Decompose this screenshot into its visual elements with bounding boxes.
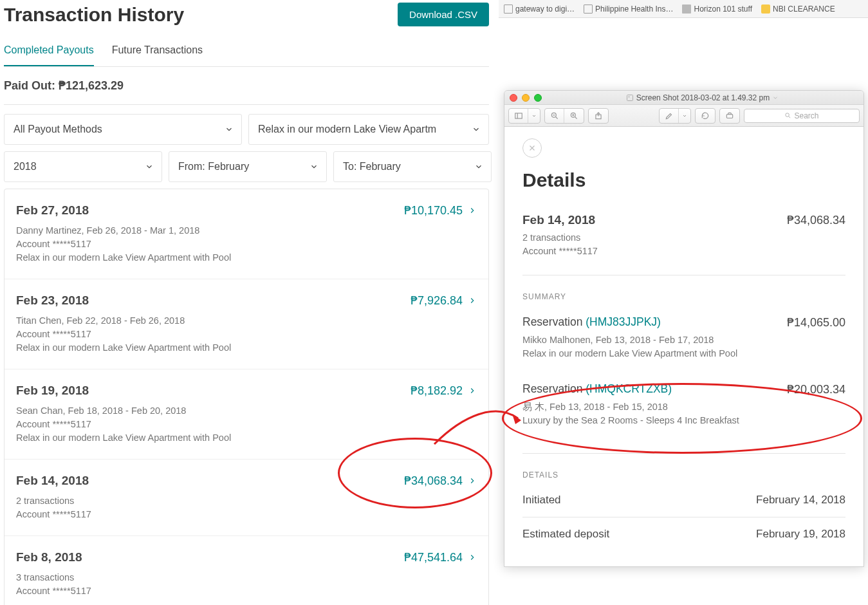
svg-line-5 bbox=[555, 116, 557, 118]
page-title: Transaction History bbox=[4, 4, 184, 26]
window-zoom-button[interactable] bbox=[534, 94, 542, 102]
page-icon bbox=[584, 5, 593, 14]
paid-out-label: Paid Out: bbox=[4, 79, 55, 92]
markup-button[interactable] bbox=[660, 109, 679, 123]
chevron-right-icon bbox=[468, 476, 477, 485]
svg-line-14 bbox=[789, 116, 790, 118]
payout-amount[interactable]: ₱34,068.34 bbox=[404, 474, 477, 488]
chevron-right-icon bbox=[468, 206, 477, 215]
payout-guest: 2 transactions bbox=[16, 494, 477, 508]
sidebar-toggle-button[interactable] bbox=[509, 109, 528, 123]
edit-toolbar-button[interactable] bbox=[720, 109, 739, 123]
rotate-button[interactable] bbox=[696, 109, 715, 123]
window-close-button[interactable] bbox=[510, 94, 517, 102]
markup-menu-button[interactable] bbox=[679, 109, 690, 123]
share-button[interactable] bbox=[589, 109, 608, 123]
window-title: Screen Shot 2018-03-02 at 1.49.32 pm bbox=[546, 93, 858, 102]
window-minimize-button[interactable] bbox=[522, 94, 530, 102]
chevron-right-icon bbox=[468, 386, 477, 395]
svg-point-1 bbox=[628, 96, 629, 97]
details-heading: DETAILS bbox=[522, 470, 845, 479]
payout-guest: 3 transactions bbox=[16, 571, 477, 584]
reservation-line: Reservation (HMQKCRTZXB) bbox=[522, 382, 672, 396]
payout-listing: Relax in our modern Lake View Apartment … bbox=[16, 431, 477, 445]
zoom-out-button[interactable] bbox=[545, 109, 564, 123]
detail-row-value: February 14, 2018 bbox=[756, 494, 845, 507]
tab-completed-payouts[interactable]: Completed Payouts bbox=[4, 38, 94, 66]
payout-date: Feb 8, 2018 bbox=[16, 550, 82, 564]
payout-amount[interactable]: ₱47,541.64 bbox=[404, 550, 477, 564]
payout-guest: Sean Chan, Feb 18, 2018 - Feb 20, 2018 bbox=[16, 404, 477, 418]
svg-rect-0 bbox=[627, 95, 633, 100]
reservation-code-link[interactable]: (HMQKCRTZXB) bbox=[586, 382, 672, 395]
search-input[interactable]: Search bbox=[744, 109, 860, 123]
preview-toolbar: Search bbox=[504, 105, 863, 127]
chevron-down-icon bbox=[225, 125, 234, 134]
payout-amount[interactable]: ₱8,182.92 bbox=[411, 384, 477, 398]
payout-item[interactable]: Feb 14, 2018 ₱34,068.34 2 transactions A… bbox=[5, 460, 488, 536]
bookmark-item[interactable]: Horizon 101 stuff bbox=[682, 5, 752, 14]
payout-item[interactable]: Feb 19, 2018 ₱8,182.92 Sean Chan, Feb 18… bbox=[5, 369, 488, 460]
sidebar-menu-button[interactable] bbox=[528, 109, 540, 123]
reservation-amount: ₱14,065.00 bbox=[787, 315, 845, 330]
detail-row-value: February 19, 2018 bbox=[756, 528, 845, 541]
payout-account: Account *****5117 bbox=[16, 508, 477, 521]
payout-date: Feb 27, 2018 bbox=[16, 203, 89, 218]
tab-future-transactions[interactable]: Future Transactions bbox=[112, 38, 203, 66]
payout-item[interactable]: Feb 27, 2018 ₱10,170.45 Danny Martinez, … bbox=[5, 189, 488, 279]
bookmark-item[interactable]: Philippine Health Ins… bbox=[584, 5, 673, 14]
page-icon bbox=[504, 5, 513, 14]
reservation-guest: Mikko Malhonen, Feb 13, 2018 - Feb 17, 2… bbox=[522, 333, 845, 347]
summary-heading: SUMMARY bbox=[522, 292, 845, 301]
svg-point-13 bbox=[786, 113, 790, 117]
bookmark-item[interactable]: NBI CLEARANCE bbox=[761, 5, 835, 14]
image-file-icon bbox=[626, 94, 634, 102]
filter-year[interactable]: 2018 bbox=[4, 151, 162, 182]
reservation-amount: ₱20,003.34 bbox=[787, 382, 845, 396]
detail-row-label: Estimated deposit bbox=[522, 528, 609, 541]
filter-listing[interactable]: Relax in our modern Lake View Apartm bbox=[248, 114, 489, 145]
reservation-guest: 易 木, Feb 13, 2018 - Feb 15, 2018 bbox=[522, 400, 845, 414]
chevron-down-icon bbox=[145, 162, 154, 171]
folder-icon bbox=[682, 5, 691, 14]
payout-amount[interactable]: ₱10,170.45 bbox=[404, 203, 477, 218]
zoom-in-button[interactable] bbox=[564, 109, 584, 123]
chevron-down-icon bbox=[474, 162, 483, 171]
payout-guest: Danny Martinez, Feb 26, 2018 - Mar 1, 20… bbox=[16, 224, 477, 237]
payout-account: Account *****5117 bbox=[16, 418, 477, 431]
svg-rect-12 bbox=[726, 114, 732, 118]
reservation-listing: Luxury by the Sea 2 Rooms - Sleeps 4 Inc… bbox=[522, 414, 845, 427]
payout-date: Feb 23, 2018 bbox=[16, 293, 89, 308]
preview-window: Screen Shot 2018-03-02 at 1.49.32 pm bbox=[504, 90, 864, 567]
chevron-right-icon bbox=[468, 553, 477, 562]
payout-item[interactable]: Feb 8, 2018 ₱47,541.64 3 transactions Ac… bbox=[5, 536, 488, 605]
close-icon bbox=[528, 144, 537, 153]
download-csv-button[interactable]: Download .CSV bbox=[398, 3, 489, 26]
payout-listing: Relax in our modern Lake View Apartment … bbox=[16, 341, 477, 355]
bookmarks-bar: gateway to digi… Philippine Health Ins… … bbox=[499, 0, 868, 18]
filter-to-month[interactable]: To: February bbox=[333, 151, 492, 182]
search-icon bbox=[784, 112, 791, 119]
detail-row-label: Initiated bbox=[522, 494, 561, 507]
svg-rect-2 bbox=[515, 113, 522, 118]
close-details-button[interactable] bbox=[522, 138, 542, 158]
svg-line-8 bbox=[575, 116, 577, 118]
payout-date: Feb 19, 2018 bbox=[16, 384, 89, 398]
bookmark-item[interactable]: gateway to digi… bbox=[504, 5, 575, 14]
window-titlebar[interactable]: Screen Shot 2018-03-02 at 1.49.32 pm bbox=[504, 91, 863, 105]
filter-payout-method[interactable]: All Payout Methods bbox=[4, 114, 242, 145]
reservation-line: Reservation (HMJ83JJPKJ) bbox=[522, 315, 661, 329]
payout-item[interactable]: Feb 23, 2018 ₱7,926.84 Titan Chen, Feb 2… bbox=[5, 279, 488, 369]
details-total-amount: ₱34,068.34 bbox=[787, 213, 845, 227]
chevron-down-icon bbox=[472, 125, 481, 134]
details-tx-count: 2 transactions bbox=[522, 231, 845, 245]
payout-date: Feb 14, 2018 bbox=[16, 474, 89, 488]
payout-account: Account *****5117 bbox=[16, 584, 477, 598]
shield-icon bbox=[761, 5, 770, 14]
paid-out-summary: Paid Out: ₱121,623.29 bbox=[4, 67, 489, 105]
chevron-down-icon bbox=[772, 95, 779, 101]
payout-amount[interactable]: ₱7,926.84 bbox=[411, 293, 477, 308]
chevron-right-icon bbox=[468, 296, 477, 305]
filter-from-month[interactable]: From: February bbox=[169, 151, 327, 182]
reservation-code-link[interactable]: (HMJ83JJPKJ) bbox=[586, 315, 661, 328]
